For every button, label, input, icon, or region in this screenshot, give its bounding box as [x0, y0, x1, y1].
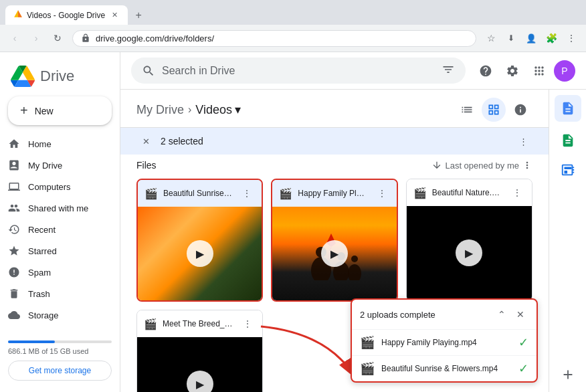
- file-more-button-1[interactable]: ⋮: [239, 185, 255, 201]
- sidebar-item-mydrive[interactable]: My Drive: [0, 155, 114, 176]
- svg-point-7: [348, 264, 361, 280]
- drive-header: Drive: [0, 58, 120, 92]
- file-more-button-2[interactable]: ⋮: [374, 185, 390, 201]
- storage-icon: [8, 309, 20, 321]
- sort-bar[interactable]: Last opened by me: [431, 160, 532, 171]
- url-text: drive.google.com/drive/folders/: [96, 33, 363, 43]
- browser-chrome: Videos - Google Drive ✕ + ‹ › ↻ drive.go…: [0, 0, 586, 52]
- main-and-header: Search in Drive P: [120, 52, 586, 392]
- back-button[interactable]: ‹: [5, 29, 24, 47]
- file-card-nature[interactable]: 🎬 Beautiful Nature.mp4 ⋮ ▶: [406, 179, 532, 302]
- sidebar-trash-label: Trash: [28, 289, 50, 299]
- upload-check-2: ✓: [518, 361, 528, 376]
- browser-nav-actions: ☆ ⬇ 👤 🧩 ⋮: [482, 29, 581, 47]
- get-more-storage-button[interactable]: Get more storage: [8, 361, 112, 381]
- search-icon: [142, 64, 155, 78]
- recent-icon: [8, 223, 20, 235]
- settings-icon-btn[interactable]: [500, 59, 524, 83]
- sidebar-item-trash[interactable]: Trash: [0, 283, 114, 304]
- info-button[interactable]: [508, 98, 532, 122]
- drive-logo-icon: [11, 64, 35, 88]
- breadcrumb-current-label: Videos: [195, 103, 232, 117]
- google-tasks-shortcut[interactable]: [555, 157, 581, 183]
- file-mp4-icon-1: 🎬: [144, 187, 158, 200]
- file-more-button-3[interactable]: ⋮: [509, 185, 525, 201]
- browser-menu-button[interactable]: ⋮: [562, 29, 581, 47]
- tab-close-button[interactable]: ✕: [109, 10, 120, 21]
- sidebar-item-storage[interactable]: Storage: [0, 304, 114, 326]
- file-name-1: Beautiful Sunrise & Flow...: [163, 189, 233, 198]
- starred-icon: [8, 245, 20, 257]
- google-sheets-shortcut[interactable]: [555, 127, 581, 154]
- storage-text: 686.1 MB of 15 GB used: [8, 347, 112, 355]
- storage-bar-fill: [8, 340, 55, 343]
- file-preview-4: ▶: [137, 337, 262, 392]
- file-card-breed[interactable]: 🎬 Meet The Breed_ Boston... ⋮ ▶: [136, 310, 263, 392]
- main-content: My Drive › Videos ▾: [120, 90, 549, 392]
- search-bar[interactable]: Search in Drive: [131, 58, 466, 84]
- sidebar-item-starred[interactable]: Starred: [0, 240, 114, 262]
- active-tab[interactable]: Videos - Google Drive ✕: [5, 5, 128, 25]
- address-bar[interactable]: drive.google.com/drive/folders/: [72, 30, 476, 47]
- upload-close-button[interactable]: ✕: [512, 306, 528, 322]
- extensions-button[interactable]: 🧩: [542, 29, 561, 47]
- new-button[interactable]: + New: [8, 96, 112, 125]
- sidebar-item-spam[interactable]: Spam: [0, 262, 114, 283]
- play-button-1[interactable]: ▶: [187, 240, 213, 267]
- selection-bar: ✕ 2 selected ⋮: [120, 128, 549, 155]
- tab-bar: Videos - Google Drive ✕ +: [0, 0, 586, 25]
- reload-button[interactable]: ↻: [48, 29, 67, 47]
- file-card-header-nature: 🎬 Beautiful Nature.mp4 ⋮: [407, 179, 532, 206]
- upload-toast-header: 2 uploads complete ⌃ ✕: [352, 300, 536, 330]
- sidebar-item-computers[interactable]: Computers: [0, 176, 114, 197]
- play-button-3[interactable]: ▶: [456, 239, 482, 266]
- sort-label: Last opened by me: [445, 161, 519, 171]
- bookmark-button[interactable]: ☆: [482, 29, 500, 47]
- content-row: My Drive › Videos ▾: [120, 90, 586, 392]
- sidebar-recent-label: Recent: [28, 225, 56, 235]
- home-icon: [8, 138, 20, 150]
- deselect-all-button[interactable]: ✕: [136, 132, 155, 151]
- file-preview-1: ▶: [138, 207, 262, 300]
- file-card-header-breed: 🎬 Meet The Breed_ Boston... ⋮: [137, 310, 262, 337]
- download-button[interactable]: ⬇: [502, 29, 520, 47]
- files-header: Files Last opened by me: [136, 160, 532, 171]
- sidebar-item-shared[interactable]: Shared with me: [0, 197, 114, 219]
- user-avatar[interactable]: P: [554, 60, 575, 82]
- apps-icon-btn[interactable]: [527, 59, 551, 83]
- new-plus-icon: +: [20, 103, 28, 118]
- profile-button[interactable]: 👤: [522, 29, 541, 47]
- sidebar-item-recent[interactable]: Recent: [0, 219, 114, 240]
- forward-button[interactable]: ›: [27, 29, 45, 47]
- search-filter-icon[interactable]: [442, 63, 455, 78]
- grid-view-button[interactable]: [482, 98, 506, 122]
- help-icon-btn[interactable]: [474, 59, 498, 83]
- sidebar-item-home[interactable]: Home: [0, 133, 114, 155]
- play-button-2[interactable]: ▶: [321, 240, 348, 267]
- file-card-family[interactable]: 🎬 Happy Family Playing.m... ⋮: [271, 179, 397, 302]
- new-tab-button[interactable]: +: [129, 6, 148, 25]
- app-header: Search in Drive P: [120, 52, 586, 90]
- play-button-4[interactable]: ▶: [187, 371, 213, 392]
- selection-more-button[interactable]: ⋮: [514, 132, 532, 151]
- storage-bar-background: [8, 340, 112, 343]
- list-view-button[interactable]: [455, 98, 479, 122]
- breadcrumb-current[interactable]: Videos ▾: [195, 102, 241, 117]
- breadcrumb-dropdown-icon: ▾: [235, 102, 241, 117]
- storage-section: 686.1 MB of 15 GB used Get more storage: [0, 331, 120, 386]
- secure-icon: [81, 33, 90, 43]
- upload-filename-1: Happy Family Playing.mp4: [381, 338, 512, 347]
- upload-collapse-button[interactable]: ⌃: [494, 306, 510, 322]
- drive-title: Drive: [40, 68, 74, 85]
- upload-check-1: ✓: [518, 335, 528, 350]
- file-card-sunrise[interactable]: 🎬 Beautiful Sunrise & Flow... ⋮ ▶: [136, 179, 263, 302]
- file-more-button-4[interactable]: ⋮: [239, 316, 256, 332]
- upload-item-2: 🎬 Beautiful Sunrise & Flowers.mp4 ✓: [352, 355, 536, 381]
- google-docs-shortcut[interactable]: [555, 95, 581, 122]
- tab-favicon: [13, 9, 23, 21]
- sidebar-computers-label: Computers: [28, 182, 71, 192]
- file-name-4: Meet The Breed_ Boston...: [163, 319, 234, 328]
- breadcrumb-parent[interactable]: My Drive: [136, 103, 184, 117]
- nav-bar: ‹ › ↻ drive.google.com/drive/folders/ ☆ …: [0, 25, 586, 52]
- add-apps-button[interactable]: [555, 361, 581, 388]
